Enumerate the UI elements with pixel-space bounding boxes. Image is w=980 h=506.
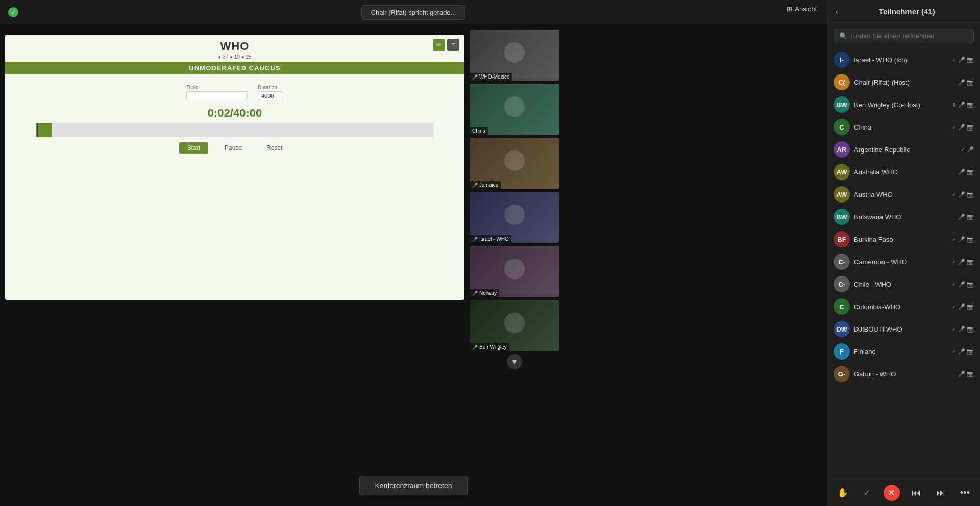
check-icon: ✓ (952, 124, 957, 131)
reset-timer-button[interactable]: Reset (258, 142, 290, 154)
cam-icon: 📷 (967, 214, 974, 220)
edit-slide-button[interactable]: ✏ (433, 39, 445, 51)
progress-bar[interactable] (36, 123, 434, 137)
participant-name: Ben Wrigley (Co-Host) (854, 101, 948, 109)
progress-bar-fill (36, 123, 52, 137)
rewind-button[interactable]: ⏮ (908, 485, 924, 501)
avatar: BW (834, 96, 850, 113)
mic-icon: 🎤 (967, 146, 974, 153)
cam-figure-norway (470, 246, 559, 297)
participant-name: Burkina Faso (854, 236, 948, 243)
scroll-down-indicator[interactable]: ▼ (470, 354, 559, 369)
list-item[interactable]: C- Cameroon - WHO ✓ 🎤 📷 (827, 250, 980, 273)
pause-timer-button[interactable]: Pause (216, 142, 250, 154)
participant-icons: ✓ 🎤 📷 (952, 348, 974, 355)
join-room-button[interactable]: Konferenzraum betreten (359, 476, 468, 495)
check-icon: ✓ (952, 57, 957, 63)
list-item[interactable]: DW DJIBOUTI WHO ✓ 🎤 📷 (827, 318, 980, 340)
participant-icons: ✓ 🎤 📷 (952, 191, 974, 198)
avatar: C- (834, 254, 850, 270)
forward-button[interactable]: ⏭ (933, 485, 949, 501)
participant-name: Argentine Republic (854, 146, 957, 154)
list-item[interactable]: I- Israel - WHO (Ich) ✓ 🎤 📷 (827, 48, 980, 71)
check-icon: ✓ (961, 146, 965, 153)
participant-icons: ✓ 🎤 (961, 146, 974, 153)
cam-icon: 📷 (967, 79, 974, 86)
cam-figure-jamaica (470, 138, 559, 189)
panel-header: ‹ Teilnehmer (41) (827, 0, 980, 23)
duration-input[interactable] (258, 91, 283, 100)
list-item[interactable]: AR Argentine Republic ✓ 🎤 (827, 138, 980, 161)
participant-name: Cameroon - WHO (854, 258, 948, 266)
grid-icon: ⊞ (787, 5, 792, 13)
list-item[interactable]: G- Gabon - WHO 🎤 📷 (827, 363, 980, 385)
avatar: I- (834, 52, 850, 68)
duration-field-group: Duration (258, 85, 283, 100)
search-icon: 🔍 (839, 32, 847, 40)
list-item[interactable]: F Finland ✓ 🎤 📷 (827, 340, 980, 363)
panel-collapse-button[interactable]: ‹ (836, 8, 838, 16)
check-icon: ✓ (952, 236, 957, 243)
avatar: AR (834, 141, 850, 158)
list-item[interactable]: C Colombia-WHO ✓ 🎤 📷 (827, 295, 980, 318)
list-item[interactable]: BW Botswana WHO 🎤 📷 (827, 206, 980, 228)
check-icon: ✓ (952, 326, 957, 333)
video-who-mexico: 🎤 WHO-Mexico (470, 30, 559, 81)
cam-icon: 📷 (967, 236, 974, 243)
topic-input[interactable] (186, 91, 248, 100)
participant-name: Israel - WHO (Ich) (854, 56, 948, 64)
cam-icon: 📷 (967, 124, 974, 131)
video-ben-wrigley: 🎤 Ben Wrigley (470, 300, 559, 351)
video-panel: 🎤 WHO-Mexico China 🎤 Jamaica (470, 30, 561, 369)
check-icon: ✓ (952, 303, 957, 310)
list-item[interactable]: C China ✓ 🎤 📷 (827, 116, 980, 138)
avatar: AW (834, 186, 850, 203)
video-norway: 🎤 Norway (470, 246, 559, 297)
slide-title: WHO (220, 40, 250, 53)
avatar: BF (834, 231, 850, 247)
participant-icons: ⬆ 🎤 📷 (952, 102, 974, 108)
check-icon: ✓ (952, 281, 957, 288)
search-input[interactable] (850, 32, 968, 40)
panel-bottom-controls: ✋ ✓ ✕ ⏮ ⏭ ••• (827, 479, 980, 506)
list-item[interactable]: C( Chair (Rifat) (Host) 🎤 📷 (827, 71, 980, 93)
ansicht-button[interactable]: ⊞ Ansicht (787, 5, 817, 13)
avatar: F (834, 343, 850, 360)
raise-hand-button[interactable]: ✋ (835, 485, 851, 501)
list-item[interactable]: AW Australia WHO 🎤 📷 (827, 161, 980, 183)
avatar: C- (834, 276, 850, 292)
list-item[interactable]: AW Austria WHO ✓ 🎤 📷 (827, 183, 980, 206)
video-jamaica: 🎤 Jamaica (470, 138, 559, 189)
cam-icon: 📷 (967, 57, 974, 63)
list-item[interactable]: BF Burkina Faso ✓ 🎤 📷 (827, 228, 980, 250)
timer-display: 0:02/40:00 (208, 107, 262, 120)
avatar: G- (834, 366, 850, 382)
avatar: DW (834, 321, 850, 337)
avatar: C (834, 119, 850, 135)
topic-label: Topic (186, 85, 248, 90)
menu-slide-button[interactable]: ≡ (447, 39, 459, 51)
start-timer-button[interactable]: Start (179, 142, 208, 154)
scroll-down-icon[interactable]: ▼ (507, 354, 522, 369)
cam-icon: 📷 (967, 326, 974, 333)
mic-icon: 🎤 (958, 303, 965, 310)
list-item[interactable]: BW Ben Wrigley (Co-Host) ⬆ 🎤 📷 (827, 93, 980, 116)
search-box: 🔍 (834, 29, 974, 43)
mic-icon: 🎤 (958, 169, 965, 175)
slide-body: Topic Duration 0:02/40:00 (5, 74, 464, 300)
participant-name: DJIBOUTI WHO (854, 325, 948, 333)
list-item[interactable]: C- Chile - WHO ✓ 🎤 📷 (827, 273, 980, 295)
more-button[interactable]: ••• (957, 485, 973, 501)
mic-icon: 🎤 (958, 259, 965, 265)
mic-icon: 🎤 (958, 348, 965, 355)
participant-name: Colombia-WHO (854, 303, 948, 311)
avatar: C( (834, 74, 850, 90)
participant-icons: ✓ 🎤 📷 (952, 124, 974, 131)
mic-icon: 🎤 (958, 79, 965, 86)
reject-button[interactable]: ✕ (884, 485, 900, 501)
panel-title: Teilnehmer (41) (842, 7, 972, 16)
timer-controls: Start Pause Reset (179, 142, 291, 154)
participant-name: Chile - WHO (854, 281, 948, 288)
cam-icon: 📷 (967, 169, 974, 175)
approve-button[interactable]: ✓ (859, 485, 875, 501)
